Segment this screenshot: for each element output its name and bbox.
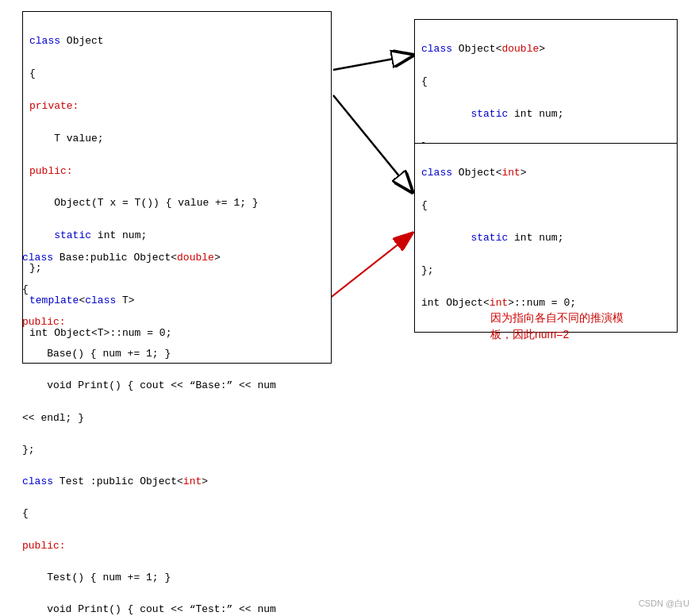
svg-line-3 [333,95,411,191]
bottom-right-code-block: class Object<int> { static int num; }; i… [414,143,678,333]
annotation-text: 因为指向各自不同的推演模板，因此num=2 [490,310,624,343]
watermark: CSDN @白U [639,598,689,610]
svg-line-2 [333,56,411,70]
inline-code-section: class Base:public Object<double> { publi… [22,234,276,616]
